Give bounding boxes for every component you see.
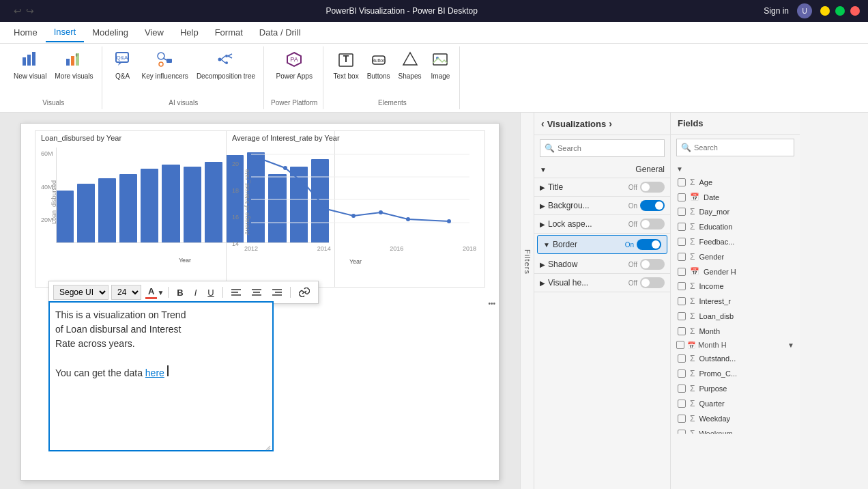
canvas-area[interactable]: Loan_disbursed by Year 60M 40M 20M: [0, 113, 520, 489]
tab-insert[interactable]: Insert: [46, 23, 85, 42]
key-influencers-button[interactable]: Key influencers: [139, 49, 191, 81]
field-item-gender-h[interactable]: 📅 Gender H: [671, 264, 800, 279]
chart2-container[interactable]: Average of Interest_rate by Year 20 18 1…: [226, 130, 485, 288]
bold-button[interactable]: B: [173, 285, 187, 300]
font-family-select[interactable]: Segoe UI: [53, 285, 108, 300]
prop-header-shadow[interactable]: ▶ Shadow Off: [534, 255, 670, 273]
field-section-month-h-chevron[interactable]: ▼: [787, 341, 794, 349]
qa-button[interactable]: Q&A Q&A: [109, 49, 136, 81]
italic-button[interactable]: I: [190, 285, 201, 300]
field-item-promo-c[interactable]: Σ Promo_C...: [671, 366, 800, 381]
field-item-weekday[interactable]: Σ Weekday: [671, 411, 800, 426]
field-item-date[interactable]: 📅 Date: [671, 190, 800, 204]
tab-data-drill[interactable]: Data / Drill: [251, 23, 309, 42]
field-item-outstanding[interactable]: Σ Outstand...: [671, 351, 800, 366]
field-cb-gender[interactable]: [678, 253, 686, 261]
field-cb-income[interactable]: [678, 282, 686, 290]
redo-button[interactable]: ↪: [26, 5, 34, 16]
field-cb-outstanding[interactable]: [678, 354, 686, 363]
shapes-button[interactable]: Shapes: [396, 49, 424, 81]
text-box-container[interactable]: This is a visualization on Trend of Loan…: [48, 301, 274, 451]
field-section-header[interactable]: ▼: [671, 163, 800, 175]
field-cb-weeknum[interactable]: [678, 430, 686, 434]
field-section-month-h[interactable]: 📅 Month H ▼: [671, 339, 800, 351]
field-cb-interest-r[interactable]: [678, 297, 686, 305]
prop-header-lock-aspect[interactable]: ▶ Lock aspe... Off: [534, 215, 670, 233]
field-item-age[interactable]: Σ Age: [671, 175, 800, 190]
prop-header-border[interactable]: ▼ Border On: [538, 236, 667, 253]
lock-aspect-toggle[interactable]: [640, 219, 665, 229]
prop-header-title[interactable]: ▶ Title Off: [534, 178, 670, 196]
field-item-month[interactable]: Σ Month: [671, 324, 800, 339]
prop-header-general[interactable]: ▼ General: [534, 161, 670, 178]
field-cb-promo-c[interactable]: [678, 369, 686, 378]
field-cb-loan-disb[interactable]: [678, 312, 686, 320]
fields-search-container[interactable]: 🔍: [676, 139, 794, 156]
field-cb-weekday[interactable]: [678, 415, 686, 423]
field-cb-date[interactable]: [678, 193, 686, 201]
minimize-button[interactable]: [820, 6, 830, 16]
undo-button[interactable]: ↩: [14, 5, 22, 16]
field-cb-purpose[interactable]: [678, 385, 686, 393]
field-cb-quarter[interactable]: [678, 400, 686, 408]
text-box-button[interactable]: T Text box: [330, 49, 361, 81]
field-cb-education[interactable]: [678, 223, 686, 231]
viz-panel-prev[interactable]: ‹: [541, 118, 545, 129]
viz-panel-next[interactable]: ›: [609, 118, 612, 129]
font-color-icon[interactable]: A: [145, 285, 157, 299]
new-visual-button[interactable]: New visual: [11, 49, 49, 81]
prop-header-background[interactable]: ▶ Backgrou... On: [534, 197, 670, 214]
field-item-education[interactable]: Σ Education: [671, 219, 800, 234]
field-cb-age[interactable]: [678, 178, 686, 186]
prop-section-lock-aspect: ▶ Lock aspe... Off: [534, 215, 670, 234]
tab-modeling[interactable]: Modeling: [84, 23, 136, 42]
field-item-quarter[interactable]: Σ Quarter: [671, 396, 800, 411]
underline-button[interactable]: U: [203, 285, 218, 300]
sign-in-label[interactable]: Sign in: [764, 6, 789, 16]
buttons-button[interactable]: Button Buttons: [364, 49, 393, 81]
field-item-gender[interactable]: Σ Gender: [671, 249, 800, 264]
field-cb-gender-h[interactable]: [678, 268, 686, 276]
tab-format[interactable]: Format: [207, 23, 251, 42]
viz-search-input[interactable]: [558, 144, 660, 152]
field-cb-month-h[interactable]: [676, 341, 684, 349]
field-item-day-mor[interactable]: Σ Day_mor: [671, 204, 800, 219]
font-color-chevron[interactable]: ▼: [157, 289, 164, 296]
power-apps-button[interactable]: PA Power Apps: [274, 49, 315, 81]
tab-help[interactable]: Help: [172, 23, 207, 42]
field-item-purpose[interactable]: Σ Purpose: [671, 381, 800, 396]
tab-view[interactable]: View: [136, 23, 172, 42]
link-button[interactable]: [295, 285, 314, 300]
field-cb-feedback[interactable]: [678, 238, 686, 246]
title-toggle[interactable]: [640, 182, 665, 193]
viz-search-container[interactable]: 🔍: [540, 139, 665, 157]
align-left-button[interactable]: [227, 285, 245, 300]
prop-header-visual-header[interactable]: ▶ Visual he... Off: [534, 274, 670, 292]
background-toggle[interactable]: [640, 200, 665, 211]
more-button[interactable]: •••: [488, 300, 495, 307]
filters-panel[interactable]: Filters: [520, 113, 534, 489]
field-item-interest-r[interactable]: Σ Interest_r: [671, 294, 800, 309]
field-cb-month[interactable]: [678, 327, 686, 335]
align-right-button[interactable]: [268, 285, 286, 300]
here-link[interactable]: here: [145, 367, 164, 378]
resize-handle[interactable]: [264, 442, 271, 449]
decomposition-tree-button[interactable]: Decomposition tree: [194, 49, 258, 81]
fields-search-input[interactable]: [694, 143, 790, 152]
image-button[interactable]: Image: [426, 49, 454, 81]
tab-home[interactable]: Home: [5, 23, 46, 42]
font-size-select[interactable]: 24: [111, 285, 141, 300]
field-item-loan-disb[interactable]: Σ Loan_disb: [671, 309, 800, 324]
align-center-button[interactable]: [248, 285, 265, 300]
field-item-feedback[interactable]: Σ Feedbac...: [671, 234, 800, 249]
user-avatar[interactable]: U: [797, 3, 812, 18]
close-button[interactable]: [850, 6, 860, 16]
more-visuals-button[interactable]: + More visuals: [52, 49, 96, 81]
field-item-income[interactable]: Σ Income: [671, 279, 800, 294]
field-cb-day-mor[interactable]: [678, 208, 686, 216]
border-toggle[interactable]: [637, 239, 661, 250]
shadow-toggle[interactable]: [640, 259, 665, 270]
maximize-button[interactable]: [835, 6, 845, 16]
visual-header-toggle[interactable]: [640, 277, 665, 288]
field-item-weeknum[interactable]: Σ Weeknum: [671, 426, 800, 434]
